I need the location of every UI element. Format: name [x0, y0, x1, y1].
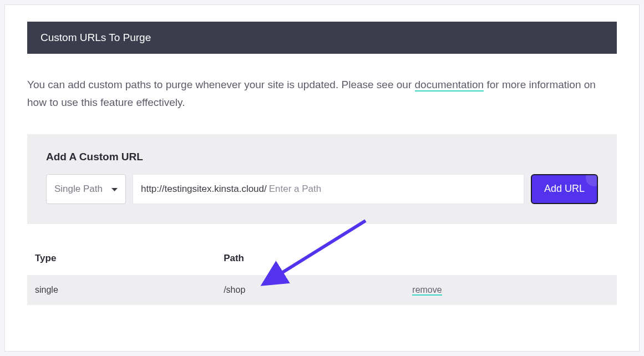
- section-header: Custom URLs To Purge: [27, 22, 617, 54]
- description-before: You can add custom paths to purge whenev…: [27, 79, 415, 90]
- table-header-action: [404, 246, 617, 275]
- custom-urls-table-wrap: Type Path single /shop remove: [27, 246, 617, 305]
- chevron-down-icon: [111, 184, 118, 195]
- url-prefix: http://testingsitex.kinsta.cloud/: [141, 184, 267, 195]
- row-path: /shop: [216, 275, 404, 305]
- section-title: Custom URLs To Purge: [40, 32, 151, 43]
- url-input-wrapper[interactable]: http://testingsitex.kinsta.cloud/: [133, 174, 524, 204]
- custom-urls-table: Type Path single /shop remove: [27, 246, 617, 305]
- path-type-select[interactable]: Single Path: [46, 174, 126, 204]
- table-header-type: Type: [27, 246, 216, 275]
- row-type: single: [27, 275, 216, 305]
- settings-panel: Custom URLs To Purge You can add custom …: [4, 4, 640, 352]
- documentation-link[interactable]: documentation: [415, 79, 484, 91]
- url-path-input[interactable]: [267, 184, 516, 195]
- add-url-title: Add A Custom URL: [46, 151, 598, 163]
- table-row: single /shop remove: [27, 275, 617, 305]
- section-description: You can add custom paths to purge whenev…: [27, 76, 617, 112]
- table-header-path: Path: [216, 246, 404, 275]
- add-url-button[interactable]: Add URL: [531, 174, 598, 204]
- row-action-cell: remove: [404, 275, 617, 305]
- path-type-selected: Single Path: [54, 184, 103, 195]
- remove-link[interactable]: remove: [412, 285, 442, 296]
- add-custom-url-box: Add A Custom URL Single Path http://test…: [27, 134, 617, 224]
- add-url-row: Single Path http://testingsitex.kinsta.c…: [46, 174, 598, 204]
